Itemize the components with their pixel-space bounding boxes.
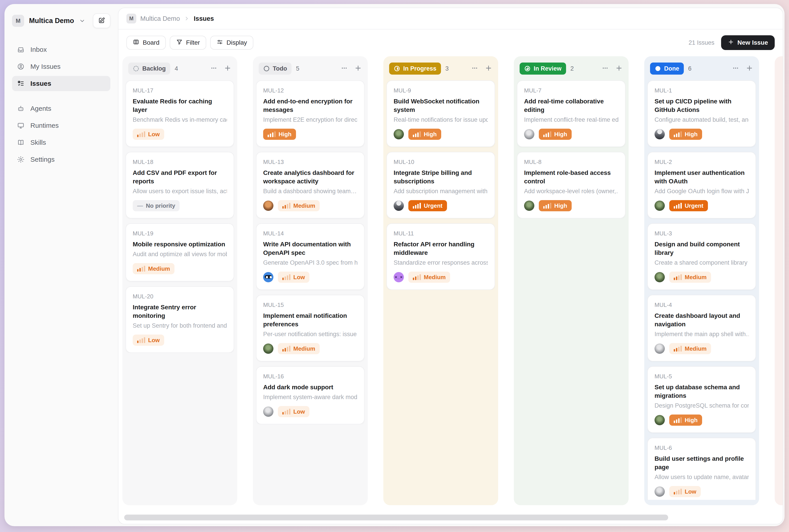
issue-title: Create dashboard layout and navigation: [655, 311, 749, 328]
priority-label: Medium: [424, 274, 446, 281]
column-count: 6: [688, 65, 692, 72]
breadcrumb-workspace-avatar: M: [127, 14, 136, 23]
issue-description: Create a shared component library base…: [655, 259, 749, 266]
runtimes-icon: [17, 122, 24, 129]
column-add-issue-button[interactable]: [224, 64, 231, 73]
issue-card[interactable]: MUL-11 Refactor API error handling middl…: [387, 223, 495, 290]
issue-description: Configure automated build, test, and…: [655, 116, 749, 123]
issue-card[interactable]: MUL-20 Integrate Sentry error monitoring…: [126, 286, 234, 353]
issue-card[interactable]: MUL-4 Create dashboard layout and naviga…: [647, 295, 756, 361]
column-add-issue-button[interactable]: [746, 64, 753, 73]
issue-card[interactable]: MUL-1 Set up CI/CD pipeline with GitHub …: [647, 80, 756, 147]
priority-badge: Low: [278, 271, 309, 283]
column-in_progress: In Progress 3 MUL-9 Build WebSocket noti…: [383, 56, 498, 505]
issue-title: Set up database schema and migrations: [655, 383, 749, 400]
column-more-button[interactable]: [471, 64, 478, 73]
sidebar-item-runtimes[interactable]: Runtimes: [12, 118, 110, 133]
column-more-button[interactable]: [210, 64, 218, 73]
priority-bars-icon: [282, 346, 290, 352]
column-more-button[interactable]: [732, 64, 739, 73]
issue-title: Refactor API error handling middleware: [394, 240, 488, 257]
issue-card[interactable]: MUL-2 Implement user authentication with…: [647, 152, 756, 218]
column-add-issue-button[interactable]: [615, 64, 623, 73]
priority-bars-icon: [674, 417, 682, 423]
priority-label: Low: [293, 408, 305, 415]
column-backlog: Backlog 4 MUL-17 Evaluate Redis for cach…: [123, 56, 237, 505]
status-label: In Review: [534, 65, 562, 72]
issue-footer: Medium: [133, 263, 227, 274]
column-header: [778, 62, 783, 62]
sidebar-item-my-issues[interactable]: My Issues: [12, 59, 110, 74]
issue-id: MUL-8: [524, 158, 618, 166]
column-more-button[interactable]: [340, 64, 348, 73]
column-cards: MUL-7 Add real-time collaborative editin…: [517, 80, 625, 218]
column-add-issue-button[interactable]: [354, 64, 362, 73]
column-more-button[interactable]: [601, 64, 609, 73]
new-issue-compose-button[interactable]: [93, 13, 110, 28]
app-window: M Multica Demo Inbox My Issues Issues Ag…: [4, 4, 785, 526]
sidebar-item-inbox[interactable]: Inbox: [12, 42, 110, 57]
display-button[interactable]: Display: [210, 36, 253, 50]
workspace-switcher[interactable]: M Multica Demo: [12, 13, 110, 28]
filter-icon: [176, 39, 183, 47]
filter-button[interactable]: Filter: [170, 36, 206, 50]
priority-badge: Low: [669, 486, 701, 497]
issue-card[interactable]: MUL-5 Set up database schema and migrati…: [647, 366, 756, 433]
column-cards: MUL-9 Build WebSocket notification syste…: [387, 80, 495, 290]
column-count: 4: [175, 65, 178, 72]
column-actions: [210, 64, 231, 73]
status-label: Todo: [273, 65, 287, 72]
issue-card[interactable]: MUL-13 Create analytics dashboard for wo…: [256, 152, 364, 218]
issue-card[interactable]: MUL-10 Integrate Stripe billing and subs…: [387, 152, 495, 218]
assignee-avatar: [394, 201, 404, 211]
sidebar-item-skills[interactable]: Skills: [12, 135, 110, 150]
priority-badge: High: [669, 415, 702, 426]
my-issues-icon: [17, 63, 24, 70]
priority-badge: — No priority: [133, 200, 180, 211]
breadcrumb-workspace[interactable]: Multica Demo: [140, 15, 180, 22]
board-view-button[interactable]: Board: [127, 36, 166, 50]
column-cards: MUL-12 Add end-to-end encryption for mes…: [256, 80, 364, 424]
no-priority-dash-icon: —: [137, 203, 143, 209]
issues-icon: [17, 80, 24, 87]
issue-description: Implement conflict-free real-time editin…: [524, 116, 618, 123]
issue-title: Implement role-based access control: [524, 169, 618, 186]
new-issue-button[interactable]: New Issue: [721, 35, 775, 50]
sidebar-item-issues[interactable]: Issues: [12, 76, 110, 91]
issue-footer: Medium: [655, 271, 749, 283]
issue-title: Evaluate Redis for caching layer: [133, 97, 227, 114]
issue-card[interactable]: MUL-12 Add end-to-end encryption for mes…: [256, 80, 364, 147]
breadcrumb-page: Issues: [194, 15, 214, 22]
settings-icon: [17, 156, 24, 163]
issue-card[interactable]: MUL-19 Mobile responsive optimization Au…: [126, 223, 234, 281]
issue-card[interactable]: MUL-8 Implement role-based access contro…: [517, 152, 625, 218]
sidebar-item-label: Agents: [31, 105, 51, 112]
issue-card[interactable]: MUL-18 Add CSV and PDF export for report…: [126, 152, 234, 218]
column-add-issue-button[interactable]: [485, 64, 492, 73]
issue-card[interactable]: MUL-17 Evaluate Redis for caching layer …: [126, 80, 234, 147]
display-icon: [217, 39, 223, 47]
issue-card[interactable]: MUL-6 Build user settings and profile pa…: [647, 438, 756, 500]
issue-card[interactable]: MUL-14 Write API documentation with Open…: [256, 223, 364, 290]
priority-bars-icon: [674, 203, 682, 209]
priority-label: No priority: [146, 202, 175, 209]
issue-description: Real-time notifications for issue update…: [394, 116, 488, 123]
sidebar-item-settings[interactable]: Settings: [12, 152, 110, 167]
issue-id: MUL-1: [655, 87, 749, 94]
sidebar-item-agents[interactable]: Agents: [12, 101, 110, 116]
issue-description: Standardize error responses across all…: [394, 259, 488, 266]
issue-footer: High: [655, 415, 749, 426]
horizontal-scrollbar-thumb[interactable]: [124, 515, 668, 520]
sidebar-item-label: Runtimes: [31, 122, 59, 129]
issue-description: Design PostgreSQL schema for core…: [655, 402, 749, 409]
issue-id: MUL-6: [655, 444, 749, 451]
issue-card[interactable]: MUL-9 Build WebSocket notification syste…: [387, 80, 495, 147]
issue-card[interactable]: MUL-15 Implement email notification pref…: [256, 295, 364, 361]
priority-bars-icon: [674, 131, 682, 137]
inbox-icon: [17, 46, 24, 53]
priority-label: High: [424, 131, 437, 138]
issue-card[interactable]: MUL-3 Design and build component library…: [647, 223, 756, 290]
issue-title: Implement email notification preferences: [263, 311, 357, 328]
issue-card[interactable]: MUL-16 Add dark mode support Implement s…: [256, 366, 364, 424]
issue-card[interactable]: MUL-7 Add real-time collaborative editin…: [517, 80, 625, 147]
